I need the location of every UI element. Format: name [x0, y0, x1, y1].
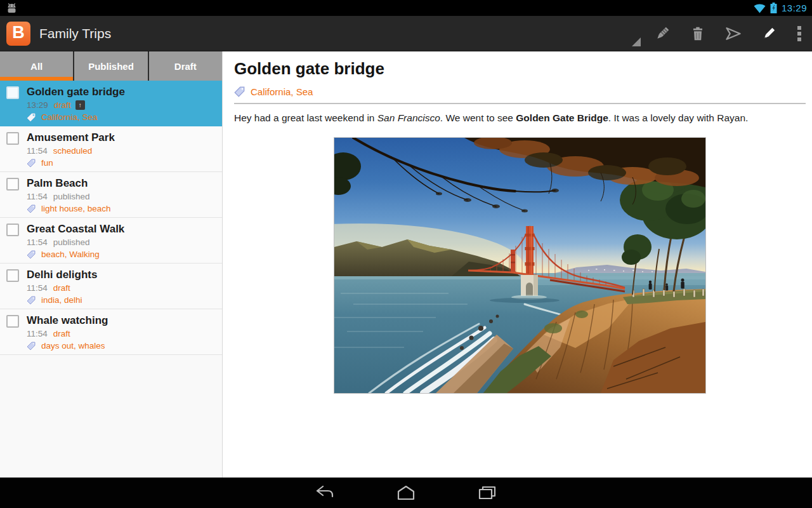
tag-icon [27, 159, 36, 168]
post-labels: fun [41, 157, 53, 168]
post-detail-title: Golden gate bridge [234, 59, 806, 78]
post-status: draft [53, 283, 70, 293]
send-icon [724, 25, 742, 43]
wifi-icon [754, 3, 766, 13]
battery-charging-icon [770, 3, 777, 13]
post-status: published [53, 191, 90, 202]
recents-icon [478, 485, 497, 500]
home-icon [396, 485, 416, 500]
divider [234, 103, 806, 104]
post-time: 11:54 [27, 145, 48, 156]
post-status: draft [53, 328, 70, 339]
post-list: Golden gate bridge 13:29 draft ↑ Califor… [0, 81, 222, 355]
new-post-button[interactable] [645, 16, 680, 51]
status-clock: 13:29 [782, 3, 807, 13]
post-title: Whale watching [27, 314, 108, 327]
post-labels: days out, whales [41, 340, 105, 351]
upload-pending-icon: ↑ [75, 100, 85, 110]
publish-post-button[interactable] [716, 16, 751, 51]
tag-icon [27, 250, 36, 259]
back-icon [315, 485, 335, 501]
tablet-screen: 13:29 B Family Trips [0, 0, 812, 508]
recents-button[interactable] [469, 478, 505, 508]
post-preview-panel: Golden gate bridge California, Sea Hey h… [223, 51, 812, 478]
post-labels: beach, Walking [41, 249, 100, 260]
post-checkbox[interactable] [6, 224, 19, 236]
post-time: 11:54 [27, 283, 48, 293]
edit-post-button[interactable] [751, 16, 787, 51]
post-status: scheduled [53, 145, 93, 156]
post-checkbox[interactable] [6, 315, 19, 328]
post-list-item[interactable]: Amusement Park 11:54 scheduled fun [0, 126, 222, 172]
post-list-panel: All Published Draft Golden gate bridge 1… [0, 51, 223, 478]
edit-pencil-icon [761, 25, 777, 42]
post-title: Delhi delights [27, 268, 97, 281]
post-time: 11:54 [27, 237, 48, 248]
post-checkbox[interactable] [6, 86, 19, 99]
post-checkbox[interactable] [6, 132, 19, 145]
post-status: published [53, 237, 90, 248]
post-title: Palm Beach [27, 177, 111, 190]
blogger-app-icon[interactable]: B [6, 22, 30, 46]
status-bar: 13:29 [0, 0, 812, 16]
post-time: 11:54 [27, 191, 48, 202]
compose-pencil-icon [654, 25, 671, 42]
post-list-item[interactable]: Delhi delights 11:54 draft india, delhi [0, 264, 222, 309]
tab-all[interactable]: All [0, 51, 73, 81]
post-list-item[interactable]: Palm Beach 11:54 published light house, … [0, 172, 222, 218]
post-status: draft [54, 100, 71, 110]
post-detail-labels: California, Sea [251, 86, 313, 97]
post-time: 13:29 [27, 100, 48, 110]
post-title: Amusement Park [27, 131, 115, 144]
overflow-menu-icon [797, 25, 802, 43]
post-detail-body: Hey had a great last weekend in San Fran… [234, 112, 806, 124]
post-detail-labels-row: California, Sea [234, 86, 806, 97]
post-list-empty-area [0, 355, 222, 478]
back-button[interactable] [307, 478, 343, 508]
home-button[interactable] [388, 478, 424, 508]
post-list-item[interactable]: Whale watching 11:54 draft days out, wha… [0, 309, 222, 355]
post-labels: light house, beach [41, 203, 111, 214]
navigation-bar [0, 478, 812, 508]
tab-published[interactable]: Published [73, 51, 147, 81]
tag-icon [27, 204, 36, 213]
filter-tabs: All Published Draft [0, 51, 222, 81]
post-labels: California, Sea [41, 112, 98, 123]
tag-icon [27, 296, 36, 305]
post-title: Golden gate bridge [27, 85, 125, 98]
post-photo-golden-gate-bridge [334, 137, 706, 394]
action-bar: B Family Trips [0, 16, 812, 51]
post-checkbox[interactable] [6, 269, 19, 282]
blog-title: Family Trips [39, 26, 111, 41]
post-checkbox[interactable] [6, 178, 19, 190]
tab-draft[interactable]: Draft [148, 51, 222, 81]
post-list-item[interactable]: Great Coastal Walk 11:54 published beach… [0, 218, 222, 264]
tag-icon [27, 113, 36, 122]
post-time: 11:54 [27, 328, 48, 339]
post-list-item[interactable]: Golden gate bridge 13:29 draft ↑ Califor… [0, 81, 222, 126]
tag-icon [234, 86, 245, 97]
overflow-menu-button[interactable] [787, 16, 812, 51]
delete-post-button[interactable] [680, 16, 716, 51]
android-bugdroid-icon [5, 2, 18, 14]
post-title: Great Coastal Walk [27, 222, 124, 236]
post-labels: india, delhi [41, 295, 82, 305]
trash-icon [690, 25, 706, 42]
resize-corner-icon [632, 37, 641, 46]
tag-icon [27, 342, 36, 351]
